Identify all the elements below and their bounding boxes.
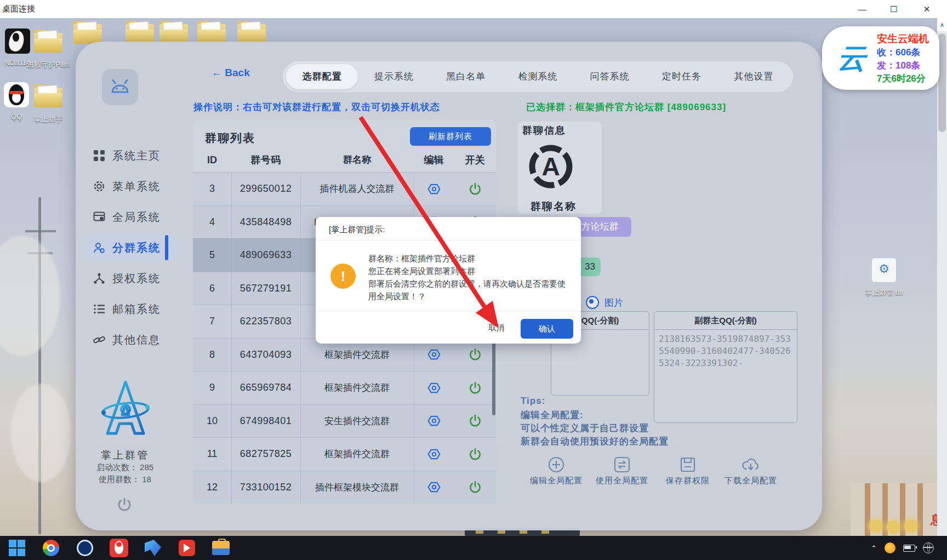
edit-group-button[interactable]	[414, 414, 454, 428]
palm-group-logo	[101, 379, 150, 439]
chrome-icon	[43, 540, 59, 556]
sidebar-item-mail[interactable]: 邮箱系统	[83, 296, 178, 322]
header-name: 群名称	[300, 150, 414, 170]
screen-scrollbar[interactable]: ∧	[937, 18, 947, 536]
header-switch: 开关	[454, 150, 496, 170]
taskbar-chrome[interactable]	[42, 539, 60, 557]
swap-icon	[613, 456, 631, 473]
confirm-button[interactable]: 确认	[521, 319, 573, 339]
use-global-config-button[interactable]: 使用全局配置	[589, 456, 655, 486]
cloud-machine-badge[interactable]: 云 安生云端机 收：606条 发：108条 7天6时26分	[822, 26, 939, 90]
toggle-group-switch[interactable]	[454, 182, 496, 196]
taskbar-app-blue[interactable]	[144, 539, 162, 557]
sidebar-item-label: 邮箱系统	[112, 302, 161, 317]
edit-group-button[interactable]	[414, 480, 454, 494]
cell-id: 6	[193, 283, 231, 294]
tab-prompt-system[interactable]: 提示系统	[358, 64, 430, 89]
tab-timer-tasks[interactable]: 定时任务	[646, 64, 717, 89]
tab-detect-system[interactable]: 检测系统	[502, 64, 574, 89]
battery-icon[interactable]	[903, 545, 915, 552]
cloud-badge-uptime: 7天6时26分	[877, 72, 926, 85]
close-button[interactable]: ✕	[919, 3, 935, 15]
toggle-group-switch[interactable]	[454, 414, 496, 428]
toggle-group-switch[interactable]	[454, 381, 496, 395]
tab-other-settings[interactable]: 其他设置	[718, 64, 790, 89]
cell-group-code: 299650012	[231, 183, 300, 195]
cell-group-name: 插件机器人交流群	[300, 182, 414, 195]
power-on-icon	[468, 414, 482, 428]
cell-group-code: 622357803	[231, 316, 300, 327]
desktop-folder-icon[interactable]	[73, 21, 102, 44]
dialog-line: 群名称：框架插件官方论坛群	[368, 252, 571, 265]
toggle-group-switch[interactable]	[454, 347, 496, 362]
sidebar-item-menu[interactable]: 菜单系统	[83, 174, 178, 199]
sidebar-item-other[interactable]: 其他信息	[83, 327, 178, 352]
sidebar-item-group[interactable]: 分群系统	[83, 235, 178, 260]
volume-icon[interactable]	[885, 542, 895, 553]
toggle-group-switch[interactable]	[454, 447, 496, 461]
edit-group-button[interactable]	[414, 182, 454, 196]
save-group-perms-button[interactable]: 保存群权限	[655, 456, 721, 486]
vice-owner-qq-content[interactable]: 2138163573-3519874897-3535540990-3160402…	[654, 330, 797, 373]
download-global-config-button[interactable]: 下载全局配置	[718, 456, 784, 486]
windows-logo-icon	[8, 539, 26, 557]
taskbar-app-red[interactable]	[178, 539, 196, 557]
header-code: 群号码	[231, 150, 300, 170]
tab-blackwhite-list[interactable]: 黑白名单	[430, 64, 502, 89]
tab-group-config[interactable]: 选群配置	[286, 64, 358, 89]
vice-owner-qq-header: 副群主QQ(-分割)	[654, 312, 797, 330]
table-row[interactable]: 12733100152插件框架模块交流群	[193, 471, 496, 504]
group-avatar-icon: A	[527, 140, 574, 193]
desktop-icon-dll[interactable]: ⚙ 掌上群管.dll	[859, 258, 909, 298]
window-title: 桌面连接	[2, 4, 35, 14]
sidebar-item-label: 授权系统	[112, 271, 161, 286]
sidebar-item-auth[interactable]: 授权系统	[83, 266, 178, 291]
taskbar-browser[interactable]	[76, 539, 94, 557]
vice-owner-qq-box[interactable]: 副群主QQ(-分割) 2138163573-3519874897-3535540…	[654, 311, 797, 423]
edit-group-button[interactable]	[414, 347, 454, 362]
image-radio-option[interactable]: 图片	[586, 296, 623, 309]
desktop-folder-icon[interactable]	[159, 21, 188, 44]
header-id: ID	[193, 150, 231, 170]
cell-group-code: 665969784	[231, 382, 300, 393]
edit-global-config-button[interactable]: 编辑全局配置	[523, 456, 589, 486]
tab-qa-system[interactable]: 问答系统	[574, 64, 646, 89]
desktop-folder-icon[interactable]	[197, 21, 226, 44]
desktop-icon-process-guard[interactable]: 进程守护Plus	[23, 26, 73, 70]
toggle-group-switch[interactable]	[454, 480, 496, 494]
desktop-folder-icon[interactable]	[237, 21, 266, 44]
refresh-group-list-button[interactable]: 刷新群列表	[410, 127, 491, 146]
cloud-badge-received: 收：606条	[877, 46, 920, 59]
back-button[interactable]: ← Back	[212, 67, 250, 79]
tray-expand-icon[interactable]: ⌃	[871, 544, 877, 552]
cell-id: 8	[193, 349, 231, 361]
share-branch-icon	[93, 272, 105, 284]
edit-group-button[interactable]	[414, 447, 454, 461]
table-row[interactable]: 3299650012插件机器人交流群	[193, 172, 496, 205]
tips-line: 新群会自动使用预设好的全局配置	[521, 435, 669, 448]
blue-wing-icon	[145, 540, 161, 556]
scrollbar-up-arrow[interactable]: ∧	[937, 18, 947, 31]
sidebar-item-home[interactable]: 系统主页	[83, 143, 178, 168]
minimize-button[interactable]: —	[854, 3, 870, 15]
cancel-button[interactable]: 取消	[480, 319, 513, 336]
desktop-folder-icon[interactable]	[125, 21, 154, 44]
desktop-icon-palm-helper[interactable]: 掌上助手	[23, 81, 73, 124]
table-row[interactable]: 11682757825框架插件交流群	[193, 437, 496, 471]
operation-hint: 操作说明：右击可对该群进行配置，双击可切换开机状态	[193, 101, 440, 113]
action-label: 编辑全局配置	[523, 476, 589, 486]
table-row[interactable]: 9665969784框架插件交流群	[193, 371, 496, 404]
network-globe-icon[interactable]	[923, 542, 934, 553]
sidebar-item-label: 全局系统	[112, 210, 161, 225]
sidebar-item-global[interactable]: 全局系统	[83, 204, 178, 230]
edit-group-button[interactable]	[414, 381, 454, 395]
table-row[interactable]: 10674998401安生插件交流群	[193, 404, 496, 438]
android-app-tile[interactable]	[102, 69, 138, 105]
start-button[interactable]	[8, 539, 26, 557]
maximize-button[interactable]: ☐	[886, 3, 902, 15]
svg-text:A: A	[541, 152, 560, 181]
taskbar-file-manager[interactable]	[212, 539, 230, 557]
taskbar-qq[interactable]	[110, 539, 128, 557]
power-button[interactable]	[115, 495, 134, 514]
scrollbar-thumb[interactable]	[938, 33, 946, 132]
